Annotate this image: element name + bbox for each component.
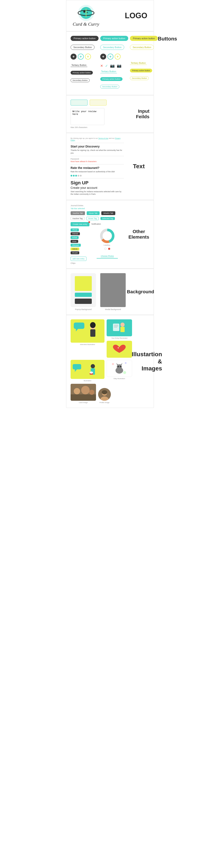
hashtag-street[interactable]: #street	[70, 232, 80, 235]
modal-bg-label: Modal Background	[105, 308, 121, 310]
kitty-box: ♥	[106, 341, 132, 358]
buttons-section: Primary action button Secondary Button +…	[66, 31, 154, 95]
hashtag-chat[interactable]: #chat	[70, 236, 78, 239]
short-input-1[interactable]	[70, 100, 88, 105]
x-icon: ✕	[100, 64, 103, 68]
popup-teal-bar	[75, 293, 92, 297]
primary-action-small-dark[interactable]: Primary action button	[70, 71, 93, 74]
rating-dots	[70, 175, 124, 177]
secondary-button-yellow[interactable]: Secondary Button	[130, 45, 154, 50]
illustration-item: Illustration	[70, 360, 104, 382]
primary-action-button-yellow[interactable]: Primary action button	[130, 36, 158, 41]
add-button-teal-2[interactable]: +	[107, 54, 114, 60]
svg-point-40	[118, 366, 119, 367]
hashtag-biryani[interactable]: #biryani	[70, 244, 81, 247]
discovery-heading: Start your Discovery	[70, 145, 124, 148]
tab-selected-label: Tab Bar selected	[70, 208, 124, 210]
card-image-svg	[70, 384, 96, 401]
interview-illustration-box	[70, 319, 104, 343]
interview-illustration-svg	[72, 320, 103, 342]
primary-action-button-dark[interactable]: Primary action button	[70, 36, 99, 41]
logo-container: Curd & Curry	[73, 4, 99, 27]
add-new-entry-button[interactable]: add new entry	[70, 257, 87, 261]
secondary-small-dark[interactable]: Secondary Button	[70, 79, 90, 82]
interview-illustration-item: Interview Illustration	[70, 319, 104, 358]
hover-tag[interactable]: Hover Tag	[86, 217, 99, 220]
tertiary-button-dark[interactable]: Tertiary Button	[70, 63, 87, 67]
radio-selected[interactable]	[108, 248, 110, 250]
svg-rect-14	[90, 329, 95, 337]
svg-point-3	[83, 10, 86, 13]
tab-selected[interactable]: Wiselm Tab	[101, 211, 115, 215]
short-input-row	[70, 100, 124, 105]
svg-point-50	[102, 390, 107, 394]
profile-image-circle	[98, 388, 111, 401]
short-input-2[interactable]	[90, 100, 106, 105]
add-button-yellow-outline[interactable]: +	[85, 54, 91, 60]
review-textarea[interactable]: Write your review here	[70, 108, 104, 125]
tab-inactive[interactable]: Inactlve Tab	[70, 211, 85, 215]
illustration-grid: Interview Illustration	[70, 319, 132, 358]
kitty-illustration-box	[106, 360, 132, 377]
selected-tag[interactable]: Selected Tag	[100, 217, 115, 220]
tooltip-badge-row: Create new entry Notification	[70, 222, 124, 226]
secondary-small-yellow[interactable]: Secondary Button	[130, 76, 149, 80]
svg-point-9	[103, 231, 112, 240]
secondary-button-dark[interactable]: Secondary Button	[70, 45, 95, 50]
camera-outline-icon[interactable]: 📷	[117, 63, 121, 68]
create-entry-button[interactable]: Create new entry	[70, 222, 89, 226]
secondary-button-teal[interactable]: Secondary Button	[100, 45, 124, 50]
entry-reminded-box	[106, 319, 132, 336]
secondary-small-teal[interactable]: Secondary Button	[100, 85, 119, 89]
tertiary-button-yellow[interactable]: Tertiary Button	[130, 61, 147, 65]
secondary-dark-button-row: Secondary Button	[70, 45, 99, 50]
hashtag-food[interactable]: #food	[70, 228, 79, 231]
logo-brand-name: Curd & Curry	[73, 22, 99, 27]
donut-chart-wrapper: Loading...	[100, 228, 115, 246]
tab-hover[interactable]: Hover Tab	[87, 211, 100, 215]
add-button-dark[interactable]: +	[70, 54, 76, 60]
privacy-link[interactable]: Privacy Policy	[70, 137, 121, 141]
terms-link[interactable]: Terms of Use	[98, 137, 108, 139]
svg-rect-26	[73, 364, 81, 369]
camera-filled-icon[interactable]: 📷	[110, 63, 115, 68]
primary-action-button-teal[interactable]: Primary action button	[100, 36, 128, 41]
profile-image-item: Profile Image	[98, 388, 111, 403]
password-label: Password	[70, 158, 124, 160]
popup-dark-bar	[75, 299, 92, 304]
choose-photos-label[interactable]: Choose Photos	[101, 255, 114, 257]
add-button-yellow-2[interactable]: +	[115, 54, 121, 60]
popup-bg-box	[70, 273, 96, 307]
add-button-dark-2[interactable]: +	[100, 54, 106, 60]
add-button-teal-outline[interactable]: +	[78, 54, 84, 60]
svg-point-41	[120, 366, 121, 367]
selected-tag-label: Selected Tag	[102, 217, 113, 220]
hover-tag-label: Hover Tag	[88, 217, 97, 220]
svg-point-28	[91, 364, 95, 368]
illustration-section: Interview Illustration	[66, 315, 154, 408]
svg-rect-43	[70, 394, 96, 401]
card-image-box	[70, 384, 96, 401]
rate-heading: Rate the restaurant?	[70, 166, 124, 169]
hashtag-rice[interactable]: #rice	[70, 240, 78, 243]
text-section: By clicking sign up, you agree to our Te…	[66, 133, 154, 200]
svg-point-31	[90, 371, 93, 374]
secondary-small-dark-row: Secondary Button	[70, 79, 99, 82]
card-image-label: Card Image	[79, 402, 88, 403]
svg-point-34	[123, 371, 126, 374]
tabs-row: Inactlve Tab Hover Tab Wiselm Tab	[70, 211, 124, 215]
tertiary-button-teal[interactable]: Tertiary Button	[100, 70, 117, 73]
other-section-label: Other Elements	[128, 229, 149, 240]
primary-action-small-yellow[interactable]: Primary action button	[130, 69, 152, 72]
svg-point-45	[81, 386, 90, 394]
entry-reminded-svg	[108, 320, 131, 335]
hashtag-drink[interactable]: #drink	[70, 248, 79, 250]
kitty-illustration-svg	[109, 361, 130, 376]
svg-point-44	[74, 388, 80, 394]
primary-action-small-teal[interactable]: Primary action button	[100, 77, 123, 81]
radio-unselected[interactable]	[104, 248, 106, 250]
kitty-illustration-label: Kitty Illustration	[114, 378, 125, 379]
hashtag-curd[interactable]: #Curd	[70, 251, 79, 254]
journal-label: Journal Entries	[70, 205, 124, 207]
inactive-tag[interactable]: Inactive Tag	[70, 217, 85, 220]
